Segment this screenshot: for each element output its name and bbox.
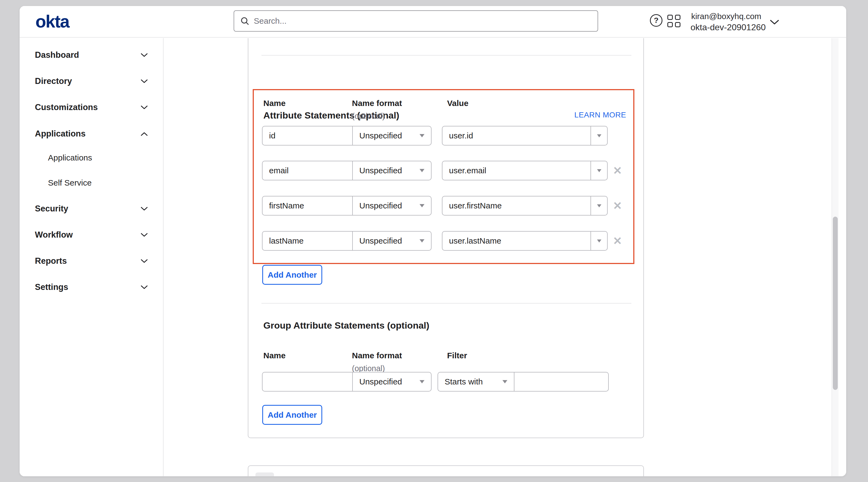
sidebar-item-settings[interactable]: Settings [20,281,163,293]
caret-down-icon [597,204,601,207]
grid-square [668,22,673,27]
sidebar-item-security[interactable]: Security [20,203,163,215]
attribute-value-combo [442,231,608,251]
saml-settings-card: Attribute Statements (optional) LEARN MO… [248,38,644,438]
group-name-format-select[interactable]: Unspecified [352,372,432,391]
sidebar-item-label: Applications [35,129,141,139]
search-icon [240,17,249,26]
column-header-name: Name [264,99,286,108]
sidebar-item-label: Workflow [35,230,141,240]
column-header-name-format: Name format [352,351,402,360]
name-format-value: Unspecified [359,166,420,175]
sidebar-item-customizations[interactable]: Customizations [20,101,163,114]
top-bar: okta ? kiran@boxyhq.com okta-dev-2090126… [20,6,846,38]
sidebar-item-label: Directory [35,76,141,86]
column-header-optional-note: (optional) [352,112,385,121]
sidebar-item-dashboard[interactable]: Dashboard [20,49,163,61]
sidebar-item-workflow[interactable]: Workflow [20,229,163,241]
sidebar-item-applications[interactable]: Applications [20,128,163,140]
caret-down-icon [420,204,425,207]
attribute-value-combo [442,126,608,146]
content-area: Dashboard Directory Customizations Appli… [20,38,846,476]
chevron-down-icon [141,105,148,109]
attribute-value-input[interactable] [442,126,590,145]
chevron-down-icon [141,79,148,84]
name-format-select[interactable]: Unspecified [352,126,432,146]
apps-grid-icon[interactable] [668,15,681,28]
name-format-select[interactable]: Unspecified [352,196,432,216]
caret-down-icon [420,239,425,243]
attribute-name-input[interactable] [262,231,352,251]
name-format-value: Unspecified [359,236,420,246]
filter-operator-value: Starts with [445,377,502,386]
attribute-value-combo [442,161,608,181]
caret-down-icon [597,169,601,172]
attribute-value-input[interactable] [442,232,590,250]
sidebar-item-reports[interactable]: Reports [20,255,163,267]
name-format-select[interactable]: Unspecified [352,161,432,181]
main-panel: Attribute Statements (optional) LEARN MO… [164,38,839,476]
column-header-filter: Filter [447,351,467,360]
attribute-value-input[interactable] [442,161,590,180]
name-format-select[interactable]: Unspecified [352,231,432,251]
name-format-value: Unspecified [359,201,420,210]
group-name-input[interactable] [262,372,352,391]
next-section-card [248,465,644,476]
name-format-value: Unspecified [359,131,420,140]
filter-operator-select[interactable]: Starts with [438,372,514,391]
sidebar-subitem-label: Applications [48,153,92,162]
add-another-button[interactable]: Add Another [262,265,322,285]
chevron-down-icon [141,285,148,289]
caret-down-icon [420,380,425,383]
name-format-value: Unspecified [359,377,420,386]
caret-down-icon [502,380,507,383]
help-icon[interactable]: ? [650,14,662,27]
sidebar-item-directory[interactable]: Directory [20,75,163,87]
section-divider [261,303,631,303]
caret-down-icon [597,134,601,137]
value-dropdown-button[interactable] [590,126,607,145]
attribute-value-input[interactable] [442,196,590,215]
chevron-up-icon [141,132,148,136]
filter-value-input[interactable] [514,372,609,391]
value-dropdown-button[interactable] [590,196,607,215]
add-another-button[interactable]: Add Another [262,405,322,425]
chevron-down-icon [141,53,148,57]
sidebar-item-label: Reports [35,256,141,266]
scrollbar-track[interactable] [832,38,839,476]
attribute-name-input[interactable] [262,161,352,181]
sidebar-subitem-self-service[interactable]: Self Service [20,177,163,189]
remove-row-icon[interactable]: ✕ [611,196,624,216]
scrollbar-thumb[interactable] [833,217,838,390]
chevron-down-icon [141,233,148,237]
sidebar-subitem-label: Self Service [48,178,92,188]
caret-down-icon [597,239,601,243]
admin-console-window: okta ? kiran@boxyhq.com okta-dev-2090126… [20,6,846,476]
section-divider [261,55,631,56]
help-glyph: ? [654,16,658,25]
column-header-value: Value [447,99,468,108]
sidebar-item-label: Customizations [35,102,141,112]
account-email: kiran@boxyhq.com [690,11,762,22]
sidebar-item-label: Dashboard [35,50,141,60]
column-header-name-format: Name format [352,99,402,108]
sidebar-nav: Dashboard Directory Customizations Appli… [20,38,163,476]
attribute-name-input[interactable] [262,196,352,216]
chevron-down-icon[interactable] [770,20,779,25]
remove-row-icon[interactable]: ✕ [611,231,624,251]
okta-logo[interactable]: okta [35,6,69,37]
grid-square [668,15,673,20]
grid-square [675,15,680,20]
remove-row-icon[interactable]: ✕ [611,161,624,181]
value-dropdown-button[interactable] [590,232,607,250]
search-input[interactable] [254,17,592,26]
sidebar-subitem-applications[interactable]: Applications [20,152,163,163]
attribute-value-combo [442,196,608,216]
column-header-name: Name [264,351,286,360]
account-menu[interactable]: kiran@boxyhq.com okta-dev-20901260 [690,11,762,33]
attribute-name-input[interactable] [262,126,352,146]
section-stub [255,473,274,476]
global-search[interactable] [234,10,598,32]
group-attribute-statements-title: Group Attribute Statements (optional) [264,320,429,331]
value-dropdown-button[interactable] [590,161,607,180]
